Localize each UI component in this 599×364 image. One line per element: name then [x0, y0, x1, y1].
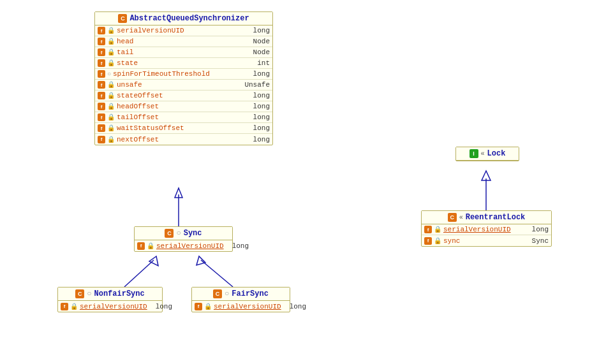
field-name: head [117, 38, 245, 45]
sync-name: Sync [184, 229, 202, 238]
lock-icon: 🔒 [434, 237, 441, 245]
field-icon: f [98, 70, 105, 78]
abstract-queued-synchronizer-name: AbstractQueuedSynchronizer [129, 14, 249, 23]
field-name: nextOffset [117, 136, 245, 143]
field-type: long [247, 103, 270, 110]
nonfairsync-header: C ○ NonfairSync [58, 288, 162, 301]
field-name: sync [443, 237, 524, 245]
field-icon: f [98, 92, 105, 99]
field-type: long [247, 92, 270, 99]
class-icon-sync: C [165, 229, 174, 238]
lock-icon: 🔒 [204, 303, 212, 310]
field-icon: f [98, 113, 105, 121]
field-row-sync-rl: f 🔒 sync Sync [422, 235, 551, 246]
field-row-unsafe-aqs: f 🔒 unsafe Unsafe [95, 80, 272, 91]
field-name: stateOffset [117, 92, 245, 99]
field-row-state-aqs: f 🔒 state int [95, 58, 272, 69]
field-row-waitstatusoffset-aqs: f 🔒 waitStatusOffset long [95, 123, 272, 134]
fairsync-name: FairSync [232, 289, 269, 298]
class-icon-rl: C [448, 213, 457, 222]
lock-icon: 🔒 [107, 136, 115, 143]
field-type: long [247, 124, 270, 132]
field-type: Sync [526, 237, 549, 245]
fs-circle: ○ [225, 289, 229, 298]
field-name: tailOffset [117, 113, 245, 121]
rl-stereotype: « [459, 214, 463, 221]
field-type: long [226, 242, 249, 250]
svg-marker-5 [196, 256, 205, 265]
field-icon: f [98, 59, 105, 67]
field-name: tail [117, 48, 245, 56]
field-type: long [149, 303, 172, 310]
field-name: serialVersionUID [117, 27, 245, 34]
lock-icon: 🔒 [107, 59, 115, 67]
field-icon: f [98, 38, 105, 45]
lock-icon: 🔒 [107, 38, 115, 45]
field-type: Unsafe [238, 81, 270, 89]
abstract-queued-synchronizer-header: C AbstractQueuedSynchronizer [95, 12, 272, 25]
field-type: int [251, 59, 270, 67]
lock-icon: 🔒 [107, 48, 115, 56]
field-icon: f [424, 237, 432, 245]
lock-icon: 🔒 [434, 226, 441, 233]
lock-name: Lock [487, 149, 506, 158]
nfs-circle: ○ [87, 289, 91, 298]
field-name: serialVersionUID [214, 303, 281, 310]
field-name: serialVersionUID [80, 303, 147, 310]
lock-icon: 🔒 [107, 124, 115, 132]
field-row-serialversionuid-rl: f 🔒 serialVersionUID long [422, 224, 551, 235]
lock-box: I « Lock [455, 147, 519, 161]
field-icon: f [195, 303, 202, 310]
field-name: waitStatusOffset [117, 124, 245, 132]
field-row-stateoffset-aqs: f 🔒 stateOffset long [95, 91, 272, 101]
lock-icon: 🔒 [107, 92, 115, 99]
lock-header: I « Lock [456, 147, 519, 161]
field-icon: f [424, 226, 432, 233]
svg-line-2 [124, 260, 154, 287]
fairsync-header: C ○ FairSync [192, 288, 290, 301]
circle-icon: ○ [107, 71, 111, 78]
field-row-tailoffset-aqs: f 🔒 tailOffset long [95, 112, 272, 123]
sync-box: C ○ Sync f 🔒 serialVersionUID long [134, 226, 233, 252]
field-row-nextoffset-aqs: f 🔒 nextOffset long [95, 134, 272, 145]
lock-icon: 🔒 [107, 113, 115, 121]
field-icon: f [98, 103, 105, 110]
lock-stereotype: « [481, 150, 485, 157]
class-icon-aqs: C [118, 14, 127, 23]
class-icon-nfs: C [75, 289, 84, 298]
sync-header: C ○ Sync [135, 227, 232, 240]
field-type: long [247, 136, 270, 143]
field-type: long [247, 27, 270, 34]
field-type: long [247, 113, 270, 121]
field-name: state [117, 59, 249, 67]
field-name: headOffset [117, 103, 245, 110]
field-type: Node [247, 48, 270, 56]
field-row-serialversionuid-sync: f 🔒 serialVersionUID long [135, 240, 232, 251]
svg-marker-1 [175, 188, 182, 198]
field-name: serialVersionUID [156, 242, 224, 250]
field-row-serialversionuid-fs: f 🔒 serialVersionUID long [192, 301, 290, 312]
field-icon: f [61, 303, 68, 310]
nonfairsync-box: C ○ NonfairSync f 🔒 serialVersionUID lon… [57, 287, 163, 312]
svg-marker-3 [149, 256, 158, 266]
field-name: serialVersionUID [443, 226, 524, 233]
field-icon: f [98, 136, 105, 143]
field-row-serialversionuid-nfs: f 🔒 serialVersionUID long [58, 301, 162, 312]
field-row-spin-aqs: f ○ spinForTimeoutThreshold long [95, 69, 272, 80]
field-icon: f [98, 81, 105, 89]
abstract-queued-synchronizer-box: C AbstractQueuedSynchronizer f 🔒 serialV… [94, 11, 273, 145]
reentrantlock-name: ReentrantLock [466, 213, 526, 222]
lock-icon: 🔒 [70, 303, 78, 310]
field-icon: f [98, 124, 105, 132]
diagram-canvas: C AbstractQueuedSynchronizer f 🔒 serialV… [0, 0, 599, 364]
field-row-tail-aqs: f 🔒 tail Node [95, 47, 272, 58]
interface-icon-lock: I [470, 149, 478, 158]
field-row-serialversionuid-aqs: f 🔒 serialVersionUID long [95, 25, 272, 36]
svg-marker-7 [482, 171, 491, 180]
field-icon: f [98, 48, 105, 56]
svg-line-4 [201, 260, 233, 287]
lock-icon: 🔒 [147, 242, 154, 250]
class-icon-fs: C [213, 289, 222, 298]
lock-icon: 🔒 [107, 27, 115, 34]
fairsync-box: C ○ FairSync f 🔒 serialVersionUID long [191, 287, 290, 312]
